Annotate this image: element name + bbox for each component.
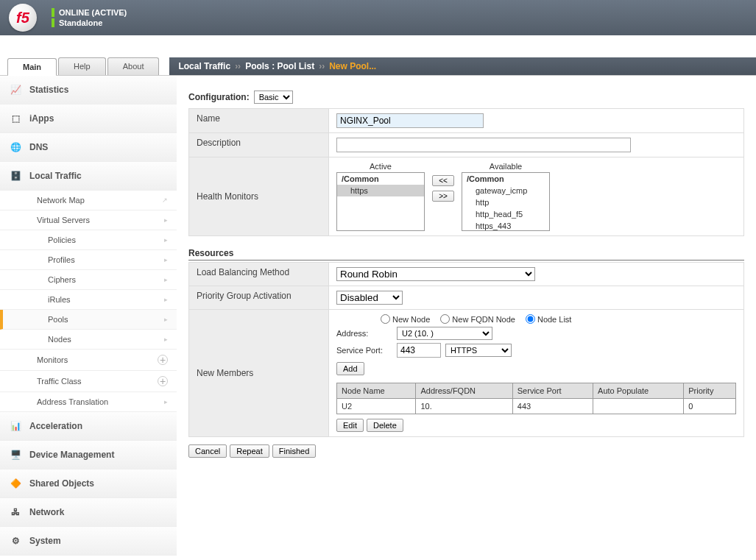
apps-icon: ⬚	[9, 112, 22, 125]
sidebar-item-network-map[interactable]: Network Map↗	[0, 191, 177, 210]
chevron-right-icon: ▸	[164, 256, 168, 263]
monitor-item[interactable]: gateway_icmp	[462, 185, 549, 196]
nav-shared-objects[interactable]: 🔶Shared Objects	[0, 469, 177, 498]
plus-icon[interactable]: +	[158, 355, 168, 365]
sidebar-item-policies[interactable]: Policies▸	[0, 230, 177, 250]
monitor-item[interactable]: http	[462, 196, 549, 208]
expand-icon: ↗	[162, 196, 168, 204]
chevron-right-icon: ▸	[164, 276, 168, 283]
resources-title: Resources	[188, 248, 744, 260]
members-table: Node Name Address/FQDN Service Port Auto…	[336, 383, 736, 414]
name-label: Name	[189, 109, 329, 133]
status-dot-icon	[52, 8, 54, 17]
move-right-button[interactable]: >>	[432, 191, 454, 202]
description-label: Description	[189, 133, 329, 157]
sidebar-item-profiles[interactable]: Profiles▸	[0, 250, 177, 270]
monitor-item[interactable]: http_head_f5	[462, 208, 549, 220]
tab-about[interactable]: About	[107, 57, 160, 75]
monitor-item[interactable]: https	[337, 185, 424, 196]
available-title: Available	[490, 162, 522, 171]
col-port: Service Port	[512, 383, 593, 399]
active-title: Active	[370, 162, 392, 171]
configuration-select[interactable]: Basic	[254, 91, 293, 104]
objects-icon: 🔶	[9, 477, 22, 490]
nav-statistics[interactable]: 📈Statistics	[0, 76, 177, 104]
name-input[interactable]	[336, 113, 484, 128]
sidebar-item-pools[interactable]: Pools▸	[0, 310, 177, 330]
move-left-button[interactable]: <<	[432, 175, 454, 186]
nav-local-traffic[interactable]: 🗄️Local Traffic	[0, 162, 177, 191]
crumb-sep-icon: ››	[235, 61, 241, 71]
system-icon: ⚙	[9, 534, 22, 547]
status-online: ONLINE (ACTIVE)	[59, 8, 127, 17]
nav-system[interactable]: ⚙System	[0, 527, 177, 556]
tab-main[interactable]: Main	[7, 58, 57, 76]
servers-icon: 🗄️	[9, 169, 22, 182]
chevron-right-icon: ▸	[164, 336, 168, 343]
monitor-item[interactable]: https_443	[462, 220, 549, 231]
chevron-right-icon: ▸	[164, 296, 168, 303]
nav-acceleration[interactable]: 📊Acceleration	[0, 412, 177, 441]
chevron-right-icon: ▸	[164, 216, 168, 224]
crumb-current: New Pool...	[329, 61, 376, 71]
sidebar-item-nodes[interactable]: Nodes▸	[0, 330, 177, 350]
sidebar-item-traffic-class[interactable]: Traffic Class+	[0, 371, 177, 392]
sidebar-item-virtual-servers[interactable]: Virtual Servers▸	[0, 210, 177, 230]
nav-device-management[interactable]: 🖥️Device Management	[0, 441, 177, 469]
chevron-right-icon: ▸	[164, 316, 168, 323]
logo: f5	[9, 4, 37, 32]
breadcrumb: Local Traffic ›› Pools : Pool List ›› Ne…	[169, 57, 756, 75]
edit-button[interactable]: Edit	[336, 419, 364, 432]
crumb-local-traffic[interactable]: Local Traffic	[178, 61, 230, 71]
content: Configuration: Basic Name Description He…	[177, 76, 756, 560]
chevron-right-icon: ▸	[164, 236, 168, 244]
add-button[interactable]: Add	[336, 362, 364, 375]
status-mode: Standalone	[59, 18, 102, 27]
sidebar-item-address-translation[interactable]: Address Translation▸	[0, 392, 177, 412]
header: f5 ONLINE (ACTIVE) Standalone	[0, 0, 756, 35]
table-row[interactable]: U2 10. 443 0	[337, 399, 736, 414]
nav-iapps[interactable]: ⬚iApps	[0, 104, 177, 133]
pga-select[interactable]: Disabled	[336, 291, 403, 305]
available-monitors-list[interactable]: /Common gateway_icmp http http_head_f5 h…	[462, 172, 550, 231]
chart-icon: 📈	[9, 83, 22, 96]
col-auto: Auto Populate	[593, 383, 684, 399]
radio-new-fqdn[interactable]: New FQDN Node	[440, 314, 515, 324]
sidebar: 📈Statistics ⬚iApps 🌐DNS 🗄️Local Traffic …	[0, 76, 177, 560]
lbm-label: Load Balancing Method	[189, 263, 329, 286]
logo-text: f5	[16, 10, 29, 26]
network-icon: 🖧	[9, 506, 22, 519]
repeat-button[interactable]: Repeat	[230, 444, 269, 458]
pga-label: Priority Group Activation	[189, 286, 329, 310]
service-port-label: Service Port:	[336, 346, 392, 355]
radio-new-node[interactable]: New Node	[381, 314, 430, 324]
chevron-right-icon: ▸	[164, 398, 168, 405]
address-label: Address:	[336, 329, 392, 338]
service-port-input[interactable]	[397, 343, 441, 358]
tab-help[interactable]: Help	[58, 57, 106, 75]
service-port-proto-select[interactable]: HTTPS	[445, 344, 512, 357]
new-members-label: New Members	[189, 310, 329, 437]
delete-button[interactable]: Delete	[367, 419, 403, 432]
crumb-pools[interactable]: Pools : Pool List	[245, 61, 314, 71]
col-node: Node Name	[337, 383, 416, 399]
address-select[interactable]: U2 (10. )	[397, 327, 492, 340]
active-monitors-list[interactable]: /Common https	[336, 172, 425, 231]
sidebar-item-ciphers[interactable]: Ciphers▸	[0, 270, 177, 290]
gauge-icon: 📊	[9, 419, 22, 433]
finished-button[interactable]: Finished	[272, 444, 317, 458]
sidebar-item-monitors[interactable]: Monitors+	[0, 350, 177, 371]
col-addr: Address/FQDN	[416, 383, 512, 399]
plus-icon[interactable]: +	[158, 376, 168, 386]
tabs-row: Main Help About Local Traffic ›› Pools :…	[0, 57, 756, 76]
nav-network[interactable]: 🖧Network	[0, 498, 177, 527]
globe-icon: 🌐	[9, 141, 22, 154]
cancel-button[interactable]: Cancel	[188, 444, 227, 458]
description-input[interactable]	[336, 138, 631, 152]
configuration-label: Configuration:	[188, 92, 250, 102]
nav-dns[interactable]: 🌐DNS	[0, 133, 177, 162]
radio-node-list[interactable]: Node List	[526, 314, 571, 324]
sidebar-item-irules[interactable]: iRules▸	[0, 290, 177, 310]
lbm-select[interactable]: Round Robin	[336, 267, 535, 281]
col-prio: Priority	[684, 383, 736, 399]
